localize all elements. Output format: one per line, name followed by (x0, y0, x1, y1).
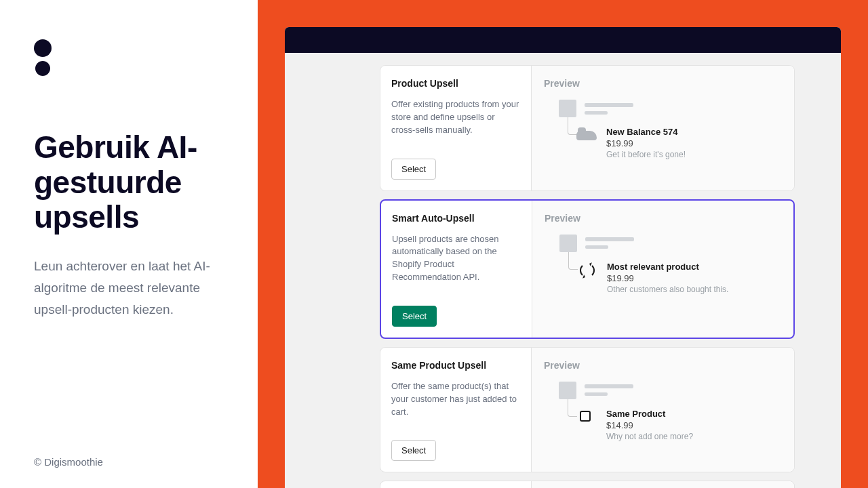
connector-line (568, 252, 578, 270)
preview-body: Most relevant product $19.99 Other custo… (545, 235, 781, 294)
preview-product-row: Most relevant product $19.99 Other custo… (545, 262, 781, 294)
preview-label: Preview (545, 213, 781, 224)
card-title: Smart Auto-Upsell (392, 213, 521, 224)
logo (34, 39, 225, 76)
preview-label: Preview (544, 360, 782, 371)
preview-body: New Balance 574 $19.99 Get it before it'… (544, 100, 782, 159)
placeholder-lines (585, 103, 633, 115)
product-subtext: Get it before it's gone! (606, 150, 686, 159)
card-preview: Preview (531, 481, 794, 488)
placeholder-lines (585, 237, 634, 249)
card-body: Product Upsell Offer existing products f… (380, 66, 531, 190)
card-title: Same Product Upsell (391, 360, 520, 371)
card-preview: Preview (532, 201, 793, 338)
product-price: $14.99 (606, 420, 693, 430)
subheadline: Leun achterover en laat het AI-algoritme… (34, 256, 225, 321)
preview-product-row: New Balance 574 $19.99 Get it before it'… (544, 127, 782, 159)
headline: Gebruik AI-gestuurde upsells (34, 130, 225, 235)
shoe-icon (576, 127, 597, 144)
upsell-card-smart-auto[interactable]: Smart Auto-Upsell Upsell products are ch… (380, 199, 795, 339)
card-preview: Preview (531, 348, 794, 472)
product-price: $19.99 (606, 138, 686, 148)
product-name: Most relevant product (607, 262, 728, 272)
upsell-card-product-upsell[interactable]: Product Upsell Offer existing products f… (380, 65, 795, 191)
preview-placeholder-row (559, 382, 782, 399)
logo-dot-top (34, 39, 52, 57)
screenshot-panel: Product Upsell Offer existing products f… (258, 0, 868, 488)
card-body: Smart Auto-Upsell Upsell products are ch… (381, 201, 532, 338)
upsell-type-list: Product Upsell Offer existing products f… (285, 53, 841, 488)
placeholder-square (559, 382, 576, 399)
connector-line (568, 117, 577, 135)
copy-icon (576, 409, 597, 426)
page: Gebruik AI-gestuurde upsells Leun achter… (0, 0, 868, 488)
card-body: Same Product Upsell Offer the same produ… (380, 348, 531, 472)
preview-label: Preview (544, 78, 782, 89)
product-name: New Balance 574 (606, 127, 686, 137)
select-button[interactable]: Select (392, 306, 437, 327)
copyright: © Digismoothie (34, 456, 103, 468)
preview-placeholder-row (559, 100, 782, 117)
card-description: Upsell products are chosen automatically… (392, 233, 521, 284)
product-name: Same Product (606, 409, 693, 419)
card-title: Product Upsell (391, 78, 520, 89)
placeholder-square (559, 235, 577, 252)
app-window: Product Upsell Offer existing products f… (285, 27, 841, 488)
preview-product-row: Same Product $14.99 Why not add one more… (544, 409, 782, 441)
marketing-sidebar: Gebruik AI-gestuurde upsells Leun achter… (0, 0, 258, 488)
card-body: Gift Packaging (380, 481, 531, 488)
preview-placeholder-row (559, 235, 781, 252)
product-subtext: Why not add one more? (606, 432, 693, 441)
product-info: Most relevant product $19.99 Other custo… (607, 262, 728, 294)
app-topbar (285, 27, 841, 53)
card-description: Offer existing products from your store … (391, 98, 520, 137)
card-description: Offer the same product(s) that your cust… (391, 380, 520, 419)
refresh-icon (577, 262, 597, 279)
product-info: Same Product $14.99 Why not add one more… (606, 409, 693, 441)
card-preview: Preview (531, 66, 794, 190)
select-button[interactable]: Select (391, 159, 436, 180)
placeholder-square (559, 100, 576, 117)
upsell-card-same-product[interactable]: Same Product Upsell Offer the same produ… (380, 347, 795, 473)
placeholder-lines (585, 384, 633, 396)
upsell-card-gift-packaging[interactable]: Gift Packaging Preview (380, 481, 795, 488)
logo-dot-bottom (35, 61, 50, 76)
select-button[interactable]: Select (391, 440, 436, 461)
product-price: $19.99 (607, 273, 728, 283)
connector-line (568, 399, 577, 417)
product-subtext: Other customers also bought this. (607, 285, 728, 294)
preview-body: Same Product $14.99 Why not add one more… (544, 382, 782, 441)
product-info: New Balance 574 $19.99 Get it before it'… (606, 127, 686, 159)
